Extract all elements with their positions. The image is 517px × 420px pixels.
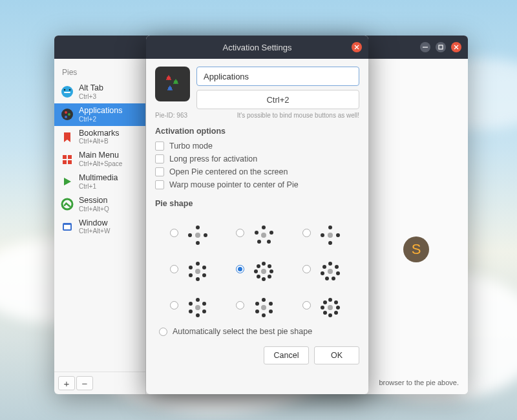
shape-preview-icon <box>184 218 212 247</box>
shape-preview-icon <box>316 218 344 247</box>
dialog-title: Activation Settings <box>223 43 292 52</box>
svg-point-8 <box>68 113 70 116</box>
maximize-button[interactable] <box>436 42 446 52</box>
shape-preview-icon <box>249 218 278 247</box>
pie-item-shortcut: Ctrl+2 <box>79 116 122 123</box>
pie-item-shortcut: Ctrl+3 <box>79 93 103 100</box>
pie-item-label: Bookmarks <box>79 129 120 138</box>
pie-item-shortcut: Ctrl+Alt+B <box>79 138 120 145</box>
svg-rect-16 <box>64 225 70 229</box>
sidebar-item-main-menu[interactable]: Main MenuCtrl+Alt+Space <box>54 148 145 171</box>
svg-rect-1 <box>439 45 443 49</box>
pie-item-shortcut: Ctrl+Alt+Q <box>79 205 109 213</box>
shape-radio[interactable] <box>302 301 311 310</box>
close-button[interactable] <box>451 42 461 52</box>
pie-item-icon <box>61 131 74 143</box>
shape-preview-icon <box>249 255 278 283</box>
pie-item-label: Applications <box>79 107 122 116</box>
pie-item-label: Multimedia <box>79 174 118 183</box>
svg-rect-0 <box>423 47 428 48</box>
warp-label: Warp mouse pointer to center of Pie <box>169 180 299 189</box>
pie-item-icon <box>61 153 74 166</box>
pie-item-shortcut: Ctrl+Alt+Space <box>79 160 122 167</box>
pie-item-label: Main Menu <box>79 151 122 160</box>
svg-rect-11 <box>68 155 72 159</box>
dialog-close-button[interactable] <box>352 42 362 52</box>
svg-point-7 <box>65 111 67 114</box>
shape-preview-icon <box>184 291 212 319</box>
activation-options-heading: Activation options <box>155 127 359 136</box>
centered-checkbox[interactable] <box>155 167 164 176</box>
svg-point-9 <box>65 116 67 118</box>
long-press-label: Long press for activation <box>169 154 257 163</box>
shape-radio[interactable] <box>236 229 244 237</box>
shape-radio[interactable] <box>302 229 311 237</box>
sidebar-item-window[interactable]: WindowCtrl+Alt+W <box>54 216 145 238</box>
cancel-button[interactable]: Cancel <box>264 346 309 364</box>
activation-settings-dialog: Activation Settings Ctrl+2 Pie-ID: 963 I… <box>146 36 368 394</box>
binding-button[interactable]: Ctrl+2 <box>196 90 359 109</box>
pie-shape-heading: Pie shape <box>155 199 359 208</box>
warp-checkbox[interactable] <box>155 180 164 189</box>
shape-radio[interactable] <box>170 301 178 310</box>
shape-radio[interactable] <box>170 265 178 273</box>
pie-icon-button[interactable] <box>155 67 190 101</box>
shape-preview-icon <box>316 255 344 283</box>
ok-button[interactable]: OK <box>314 346 359 364</box>
svg-point-19 <box>170 79 171 80</box>
shape-radio[interactable] <box>236 301 244 310</box>
svg-point-27 <box>171 89 173 90</box>
sidebar-item-bookmarks[interactable]: BookmarksCtrl+Alt+B <box>54 126 145 149</box>
svg-rect-13 <box>68 160 72 164</box>
shape-radio[interactable] <box>302 265 311 273</box>
pie-item-icon <box>61 85 74 98</box>
svg-point-26 <box>169 86 171 87</box>
pie-item-icon <box>61 198 74 211</box>
add-pie-button[interactable]: + <box>58 376 75 390</box>
svg-rect-12 <box>63 160 67 164</box>
svg-point-6 <box>61 109 73 120</box>
pie-item-icon <box>61 108 74 121</box>
shape-radio[interactable] <box>170 229 178 237</box>
sidebar-heading: Pies <box>54 65 145 81</box>
shape-radio[interactable] <box>236 265 244 273</box>
turbo-mode-label: Turbo mode <box>169 142 213 151</box>
auto-shape-label: Automatically select the best pie shape <box>173 327 312 336</box>
svg-point-20 <box>166 79 167 80</box>
pie-preview-icon: S <box>403 236 429 262</box>
pie-item-label: Session <box>79 196 109 205</box>
remove-pie-button[interactable]: − <box>76 376 93 390</box>
svg-point-5 <box>69 89 71 91</box>
svg-rect-3 <box>64 92 70 93</box>
pie-item-label: Window <box>79 219 110 228</box>
pie-item-icon <box>61 220 74 233</box>
minimize-button[interactable] <box>420 42 430 52</box>
turbo-mode-checkbox[interactable] <box>155 142 164 151</box>
shape-preview-icon <box>316 291 344 319</box>
shape-preview-icon <box>184 255 212 283</box>
svg-point-28 <box>167 89 169 90</box>
centered-label: Open Pie centered on the screen <box>169 167 288 176</box>
sidebar: Pies Alt TabCtrl+3ApplicationsCtrl+2Book… <box>54 59 146 394</box>
drop-hint: browser to the pie above. <box>379 379 459 386</box>
pie-id-label: Pie-ID: 963 <box>155 112 187 119</box>
sidebar-item-applications[interactable]: ApplicationsCtrl+2 <box>54 103 145 126</box>
pie-name-input[interactable] <box>196 67 359 86</box>
sidebar-item-alt-tab[interactable]: Alt TabCtrl+3 <box>54 81 145 103</box>
pie-item-shortcut: Ctrl+Alt+W <box>79 227 110 235</box>
mouse-hint: It's possible to bind mouse buttons as w… <box>237 112 359 119</box>
svg-rect-10 <box>63 155 67 159</box>
svg-point-24 <box>173 83 174 84</box>
svg-point-23 <box>177 83 178 84</box>
auto-shape-radio[interactable] <box>159 328 167 336</box>
svg-point-22 <box>175 79 176 81</box>
pie-item-label: Alt Tab <box>79 84 103 93</box>
sidebar-item-multimedia[interactable]: MultimediaCtrl+1 <box>54 171 145 193</box>
shape-preview-icon <box>249 291 278 319</box>
long-press-checkbox[interactable] <box>155 154 164 163</box>
svg-point-18 <box>168 76 169 77</box>
sidebar-item-session[interactable]: SessionCtrl+Alt+Q <box>54 193 145 216</box>
svg-point-4 <box>64 89 66 91</box>
pie-item-icon <box>61 175 74 188</box>
pie-item-shortcut: Ctrl+1 <box>79 183 118 190</box>
